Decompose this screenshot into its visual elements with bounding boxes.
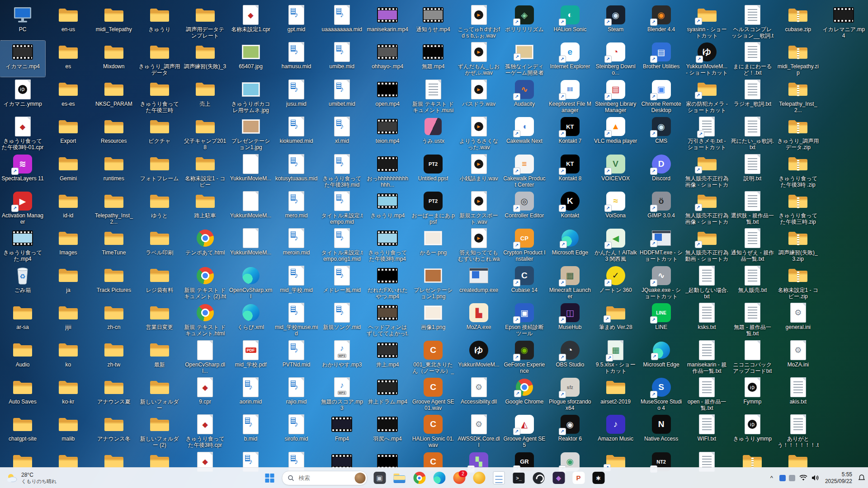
- desktop-icon[interactable]: ↗syasinn - ショートカット: [684, 4, 730, 40]
- desktop-icon[interactable]: teion.mp4: [365, 115, 410, 151]
- desktop-icon[interactable]: airset2-2019: [593, 376, 638, 412]
- desktop-icon[interactable]: 調声練習(失敗)_3: [183, 41, 228, 77]
- desktop-icon[interactable]: ♪kiokumed.mid: [274, 115, 319, 151]
- desktop-icon[interactable]: きゅうり食ってた午後3時.mp4: [365, 227, 410, 263]
- desktop-icon[interactable]: ヘルスコンプレッション__歌詞.txt: [730, 4, 775, 40]
- desktop-icon[interactable]: ニコニコバックアップコードtxt: [730, 339, 775, 375]
- desktop-icon[interactable]: 新しいフォルダー: [137, 376, 182, 412]
- desktop-icon[interactable]: ♪rajio.mid: [274, 376, 319, 412]
- desktop-icon[interactable]: Track Pictures: [91, 264, 137, 300]
- desktop-icon[interactable]: ▶↗Activation Manager: [0, 190, 45, 226]
- desktop-icon[interactable]: midi_Telepathy: [91, 4, 137, 40]
- desktop-icon[interactable]: ラベル印刷: [137, 227, 182, 263]
- desktop-icon[interactable]: ▶バスドラ.wav: [456, 78, 501, 114]
- desktop-icon[interactable]: createdump.exe: [456, 264, 501, 300]
- desktop-icon[interactable]: ♪PVTNd.mid: [274, 339, 319, 375]
- desktop-icon[interactable]: 売上: [183, 78, 228, 114]
- desktop-icon[interactable]: Resources: [91, 115, 137, 151]
- desktop-icon[interactable]: ♪メドレー風.mid: [319, 264, 364, 300]
- desktop-icon[interactable]: ♪b.mid: [228, 413, 274, 449]
- taskbar-app-edge[interactable]: [430, 469, 448, 487]
- desktop-icon[interactable]: ⚙MoZA.ini: [775, 339, 821, 375]
- desktop-icon[interactable]: ▶答え知っててもむずいわこれ.wav: [456, 227, 501, 263]
- desktop-icon[interactable]: jijii: [46, 301, 91, 338]
- desktop-icon[interactable]: 通知うせ.mp4: [410, 4, 456, 40]
- clock[interactable]: 5:55 2025/09/22: [823, 470, 854, 486]
- desktop-icon[interactable]: CHALion Sonic 01.wav: [410, 413, 456, 449]
- desktop-icon[interactable]: PT2おーばーまにあ.ppsf: [410, 190, 456, 226]
- search-input[interactable]: [298, 474, 351, 482]
- desktop-icon[interactable]: ≈↗VoiSona: [593, 190, 638, 226]
- desktop-icon[interactable]: ♪mero.mid: [274, 190, 319, 226]
- desktop-icon[interactable]: Telepathy_Inst_2...: [91, 190, 137, 226]
- desktop-icon[interactable]: Images: [46, 227, 91, 263]
- desktop-icon[interactable]: es: [46, 41, 91, 77]
- desktop-icon[interactable]: ko-kr: [46, 376, 91, 412]
- wifi-icon[interactable]: [799, 475, 807, 481]
- taskbar-app-obs-studio[interactable]: [530, 469, 548, 487]
- taskbar-app-terminal[interactable]: >_: [510, 469, 528, 487]
- desktop-icon[interactable]: Fmp4: [319, 413, 364, 449]
- desktop-icon[interactable]: きゅうり.mp4: [365, 190, 410, 226]
- desktop-icon[interactable]: Gemini: [46, 153, 91, 189]
- desktop-icon[interactable]: ▙MoZA.exe: [456, 301, 501, 338]
- desktop-icon[interactable]: NKSC_PARAM: [91, 78, 137, 114]
- desktop-icon[interactable]: PT2Untitled.ppsf: [410, 153, 456, 189]
- desktop-icon[interactable]: ✓↗ノートン 360: [593, 264, 638, 300]
- desktop-icon[interactable]: ↗Microsoft Edge: [639, 339, 684, 375]
- desktop-icon[interactable]: ▤↗Brother Utilities: [639, 41, 684, 77]
- desktop-icon[interactable]: ゆFymmp: [730, 376, 775, 412]
- desktop-icon[interactable]: OpenCvSharp.xml: [228, 264, 274, 300]
- desktop-icon[interactable]: ♪タイトル未設定.tempo.mid: [319, 190, 364, 226]
- desktop-icon[interactable]: ö↗GIMP 3.0.4: [639, 190, 684, 226]
- desktop-icon[interactable]: D↗Discord: [639, 153, 684, 189]
- desktop-icon[interactable]: zh-cn: [91, 301, 137, 338]
- desktop-icon[interactable]: ラジオ_歌詞.txt: [730, 78, 775, 114]
- desktop-icon[interactable]: きゅうり食ってた午後三時: [137, 78, 182, 114]
- desktop-icon[interactable]: プレゼンテーション1.jpg: [228, 115, 274, 151]
- desktop-icon[interactable]: ◐↗HALion Sonic: [547, 4, 593, 40]
- desktop-icon[interactable]: ◆9.cpr: [183, 376, 228, 412]
- desktop-icon[interactable]: ▶ずんだもん_しおかぜふ.wav: [456, 41, 501, 77]
- desktop-icon[interactable]: ↗無人販売不正行為画像 - ショートカット: [684, 190, 730, 226]
- desktop-icon[interactable]: ↗万引きメモ.txt - ショートカット: [684, 115, 730, 151]
- desktop-icon[interactable]: ◉↗Reaktor 6: [547, 413, 593, 449]
- desktop-icon[interactable]: C001_東北きりたん（ノーマル）_今じゃ...: [410, 339, 456, 375]
- desktop-icon[interactable]: 営業日変更: [137, 301, 182, 338]
- desktop-icon[interactable]: KT↗Kontakt 7: [547, 115, 593, 151]
- desktop-icon[interactable]: PDFmid_学校.pdf: [228, 339, 274, 375]
- desktop-icon[interactable]: ♪xl.mid: [319, 115, 364, 151]
- desktop-icon[interactable]: es-es: [46, 78, 91, 114]
- taskbar-app-chatgpt[interactable]: ∗: [590, 469, 608, 487]
- desktop-icon[interactable]: ≋↗SpectraLayers 11: [0, 153, 45, 189]
- desktop-icon[interactable]: YukkuriMovieM...: [228, 227, 274, 263]
- desktop-icon[interactable]: きゅうりボカコレ用サムネ.jpg: [228, 78, 274, 114]
- desktop-icon[interactable]: 井上ドラム.mp4: [365, 376, 410, 412]
- desktop-icon[interactable]: ◉↗Steam: [593, 4, 638, 40]
- desktop-icon[interactable]: ピクチャ: [137, 115, 182, 151]
- desktop-icon[interactable]: イカレマニア.mp4: [821, 4, 866, 40]
- taskbar-app-chrome[interactable]: [410, 469, 429, 487]
- desktop-icon[interactable]: chatgpt-site: [0, 413, 45, 449]
- desktop-icon[interactable]: LINE↗LINE: [639, 301, 684, 338]
- desktop-icon[interactable]: ↗無人販売不正行為画像 - ショートカッ...: [684, 153, 730, 189]
- desktop-icon[interactable]: ▶新規エクスポート.wav: [456, 190, 501, 226]
- desktop-icon[interactable]: 名称未設定1 - コピー.zip: [775, 264, 821, 300]
- desktop-icon[interactable]: ♪aorin.mid: [228, 376, 274, 412]
- desktop-icon[interactable]: ♪sirofo.mid: [274, 413, 319, 449]
- taskbar-app-chrome-canary[interactable]: [470, 469, 488, 487]
- desktop-icon[interactable]: ko: [46, 339, 91, 375]
- desktop-icon[interactable]: ◭↗Groove Agent SE 5: [502, 413, 547, 449]
- desktop-icon[interactable]: ◖↗Cakewalk Next: [502, 115, 547, 151]
- desktop-icon[interactable]: ∿↗JQuake.exe - ショートカット: [639, 264, 684, 300]
- desktop-icon[interactable]: ゆきゅうり.ymmp: [730, 413, 775, 449]
- desktop-icon[interactable]: C↗Cubase 14: [502, 264, 547, 300]
- taskbar-app-firefox[interactable]: 2: [450, 469, 468, 487]
- desktop-icon[interactable]: 無題.mp4: [410, 41, 456, 77]
- desktop-icon[interactable]: 調声用データテンプレート: [183, 4, 228, 40]
- volume-icon[interactable]: [811, 474, 819, 481]
- desktop-icon[interactable]: S↗MuseScore Studio 4: [639, 376, 684, 412]
- desktop-icon[interactable]: ▦↗9.5.xlsx - ショートカット: [593, 339, 638, 375]
- desktop-icon[interactable]: 新規 テキスト ドキュメント (2).html: [183, 264, 228, 300]
- desktop-icon[interactable]: ▤↗Steinberg Library Manager: [593, 78, 638, 114]
